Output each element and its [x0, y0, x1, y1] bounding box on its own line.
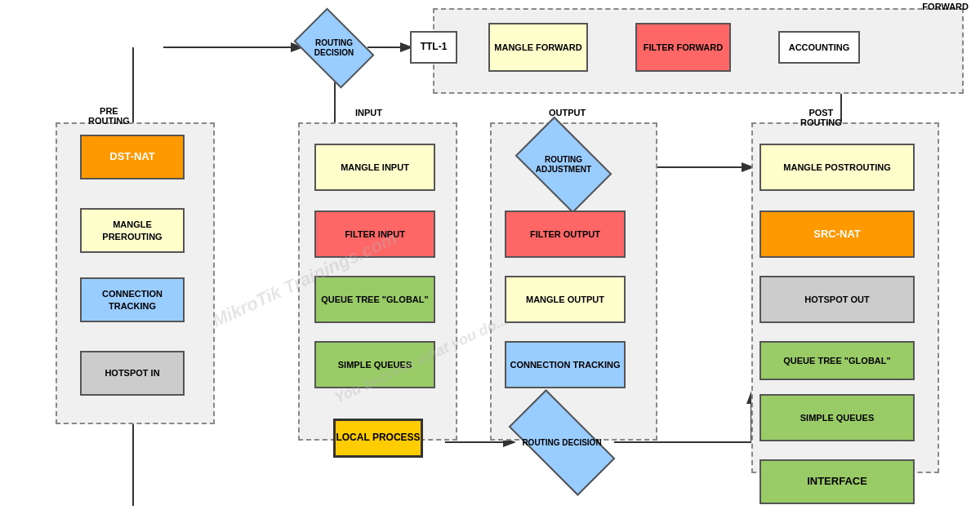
- queue-tree-global-input-box: QUEUE TREE "GLOBAL": [314, 276, 435, 323]
- interface-box: INTERFACE: [760, 459, 915, 504]
- filter-forward-box: FILTER FORWARD: [635, 23, 731, 72]
- filter-output-box: FILTER OUTPUT: [505, 210, 626, 258]
- connection-tracking-out-box: CONNECTION TRACKING: [505, 341, 626, 388]
- queue-tree-global-post-box: QUEUE TREE "GLOBAL": [760, 341, 915, 380]
- mangle-forward-box: MANGLE FORWARD: [488, 23, 588, 72]
- dst-nat-box: DST-NAT: [80, 135, 185, 179]
- input-label: INPUT: [355, 108, 382, 117]
- hotspot-in-box: HOTSPOT IN: [80, 351, 185, 396]
- mangle-postrouting-box: MANGLE POSTROUTING: [760, 144, 915, 191]
- simple-queues-input-box: SIMPLE QUEUES: [314, 341, 435, 388]
- filter-input-box: FILTER INPUT: [314, 210, 435, 258]
- simple-queues-post-box: SIMPLE QUEUES: [760, 394, 915, 441]
- routing-adjustment-diamond: ROUTING ADJUSTMENT: [523, 137, 604, 193]
- ttl1-box: TTL-1: [410, 31, 457, 64]
- mangle-output-box: MANGLE OUTPUT: [505, 276, 626, 323]
- routing-decision-bottom-diamond: ROUTING DECISION: [513, 416, 611, 469]
- routing-decision-top: ROUTING DECISION: [301, 24, 368, 72]
- forward-label: FORWARD: [922, 2, 969, 11]
- mangle-prerouting-box: MANGLE PREROUTING: [80, 208, 185, 253]
- hotspot-out-box: HOTSPOT OUT: [760, 276, 915, 323]
- mangle-input-box: MANGLE INPUT: [314, 144, 435, 191]
- src-nat-box: SRC-NAT: [760, 210, 915, 258]
- pre-routing-label: PREROUTING: [88, 106, 130, 126]
- local-process-box: LOCAL PROCESS: [333, 419, 423, 458]
- connection-tracking-pre-box: CONNECTION TRACKING: [80, 277, 185, 322]
- accounting-box: ACCOUNTING: [778, 31, 860, 64]
- post-routing-label: POSTROUTING: [800, 108, 842, 127]
